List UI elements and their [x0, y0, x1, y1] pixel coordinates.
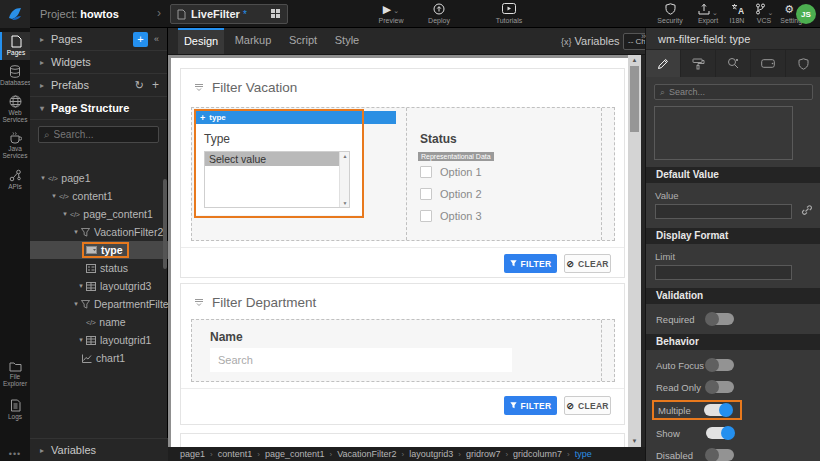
panel-collapse-icon[interactable]	[194, 83, 204, 92]
rail-item-java-services[interactable]: Java Services	[0, 128, 30, 162]
checkbox-option-3[interactable]: Option 3	[420, 210, 482, 222]
scroll-down-icon[interactable]: ▼	[628, 436, 641, 447]
breadcrumb-item[interactable]: content1	[218, 449, 253, 459]
checkbox[interactable]	[420, 188, 432, 200]
canvas-scrollbar[interactable]: ▲ ▼	[628, 55, 641, 447]
inspector-body: ⌕ Default Value Value Display Format Lim…	[646, 77, 820, 461]
section-prefabs[interactable]: ▸ Prefabs ↻ +	[30, 74, 167, 97]
type-multiselect-listbox[interactable]: Select value ▲ ▼	[204, 151, 350, 208]
caret-right-icon: ▸	[40, 58, 51, 67]
section-widgets[interactable]: ▸ Widgets	[30, 51, 167, 74]
multiple-toggle[interactable]	[704, 404, 732, 416]
filter-button[interactable]: FILTER	[504, 396, 557, 415]
listbox-scrollbar[interactable]: ▲ ▼	[339, 152, 349, 207]
tree-node-page-content1[interactable]: ▾</>page_content1	[30, 205, 168, 223]
add-prefab-icon[interactable]: +	[152, 78, 159, 92]
structure-search-input[interactable]	[54, 129, 154, 140]
variables-dropdown[interactable]: {x} Variables ⌄	[561, 28, 629, 54]
open-page-tab[interactable]: LiveFilter *	[170, 4, 288, 24]
tree-node-layoutgrid1[interactable]: ▾ layoutgrid1	[30, 331, 168, 349]
inspector-collapse-icon[interactable]: »	[641, 31, 646, 41]
rail-item-pages[interactable]: Pages	[0, 32, 30, 60]
page-icon	[177, 9, 186, 20]
show-toggle[interactable]	[706, 427, 734, 439]
clear-button[interactable]: ⊘ CLEAR	[564, 396, 611, 415]
breadcrumb-item-active[interactable]: type	[575, 449, 592, 459]
scrollbar-thumb[interactable]	[630, 66, 639, 132]
value-input[interactable]	[655, 204, 792, 219]
rail-item-apis[interactable]: APIs	[0, 166, 30, 194]
collapse-panel-icon[interactable]: «	[154, 34, 159, 44]
breadcrumb-item[interactable]: page_content1	[265, 449, 325, 459]
rail-item-file-explorer[interactable]: File Explorer	[0, 358, 30, 392]
tree-node-departmentfilter1[interactable]: ▾ DepartmentFilter1	[30, 295, 168, 313]
tree-node-page1[interactable]: ▾</>page1	[30, 169, 168, 187]
unsaved-marker: *	[243, 9, 247, 20]
tree-node-content1[interactable]: ▾</>content1	[30, 187, 168, 205]
chevron-right-icon: ›	[157, 6, 161, 20]
bind-icon[interactable]	[801, 204, 813, 216]
clear-button[interactable]: ⊘ CLEAR	[564, 254, 611, 273]
tree-node-chart1[interactable]: chart1	[30, 349, 168, 367]
widget-breadcrumb: page1› content1› page_content1› Vacation…	[168, 447, 645, 461]
tab-styles[interactable]	[681, 50, 716, 77]
user-avatar[interactable]: JS	[796, 4, 816, 24]
wavemaker-logo[interactable]	[0, 0, 30, 28]
read-only-toggle[interactable]	[706, 381, 734, 393]
widget-selection-bar[interactable]: + type	[196, 111, 396, 124]
tutorials-button[interactable]: Tutorials	[485, 3, 533, 27]
tab-properties[interactable]	[646, 50, 681, 77]
tab-design[interactable]: Design	[178, 28, 224, 54]
rail-item-logs[interactable]: Logs	[0, 396, 30, 424]
tab-script[interactable]: Script	[282, 28, 324, 54]
tab-style[interactable]: Style	[328, 28, 366, 54]
tab-security[interactable]	[786, 50, 820, 77]
section-pages[interactable]: ▸ Pages + «	[30, 28, 167, 51]
rail-more-icon[interactable]: •••	[0, 449, 30, 459]
tree-node-vacationfilter2[interactable]: ▾ VacationFilter2	[30, 223, 168, 241]
scroll-up-icon[interactable]: ▲	[340, 153, 350, 159]
checkbox-option-1[interactable]: Option 1	[420, 166, 482, 178]
panel-collapse-icon[interactable]	[194, 298, 204, 307]
breadcrumb-item[interactable]: gridcolumn7	[513, 449, 562, 459]
disabled-toggle[interactable]	[706, 449, 734, 461]
rail-item-databases[interactable]: Databases	[0, 62, 30, 90]
tab-search-properties[interactable]	[716, 50, 751, 77]
scroll-down-icon[interactable]: ▼	[340, 200, 350, 206]
tab-device[interactable]	[751, 50, 786, 77]
tree-node-type[interactable]: type	[30, 241, 168, 259]
checkbox[interactable]	[420, 210, 432, 222]
scroll-up-icon[interactable]: ▲	[628, 55, 641, 66]
breadcrumb-item[interactable]: gridrow7	[466, 449, 501, 459]
tree-node-name[interactable]: </> name	[30, 313, 168, 331]
tree-node-status[interactable]: status	[30, 259, 168, 277]
tab-markup[interactable]: Markup	[228, 28, 278, 54]
dashboard-icon[interactable]	[271, 9, 281, 19]
required-toggle[interactable]	[706, 313, 734, 325]
type-field-widget[interactable]: Type Select value ▲ ▼	[196, 124, 362, 215]
section-variables[interactable]: ▸ Variables	[30, 438, 168, 461]
select-value-option[interactable]: Select value	[205, 152, 339, 166]
rail-item-web-services[interactable]: Web Services	[0, 92, 30, 126]
tree-node-layoutgrid3[interactable]: ▾ layoutgrid3	[30, 277, 168, 295]
name-search-input[interactable]	[210, 348, 512, 372]
filter-button[interactable]: FILTER	[504, 254, 557, 273]
property-search-input[interactable]	[669, 87, 789, 97]
left-panel: ▸ Pages + « ▸ Widgets ▸ Prefabs ↻ + ▾ Pa…	[30, 28, 168, 461]
checkbox[interactable]	[420, 166, 432, 178]
deploy-icon	[418, 3, 460, 16]
caret-down-icon: ▾	[40, 104, 51, 113]
breadcrumb-item[interactable]: page1	[180, 449, 205, 459]
limit-input[interactable]	[655, 265, 792, 280]
checkbox-option-2[interactable]: Option 2	[420, 188, 482, 200]
tree-scrollbar[interactable]	[163, 179, 167, 269]
breadcrumb-item[interactable]: layoutgrid3	[409, 449, 453, 459]
auto-focus-toggle[interactable]	[706, 359, 734, 371]
security-button[interactable]: Security	[650, 3, 690, 27]
deploy-button[interactable]: Deploy	[418, 3, 460, 27]
refresh-icon[interactable]: ↻	[135, 79, 144, 92]
breadcrumb-item[interactable]: VacationFilter2	[337, 449, 396, 459]
add-page-button[interactable]: +	[133, 32, 148, 47]
preview-button[interactable]: ▶⌄ Preview	[368, 3, 414, 27]
section-page-structure[interactable]: ▾ Page Structure	[30, 97, 167, 120]
